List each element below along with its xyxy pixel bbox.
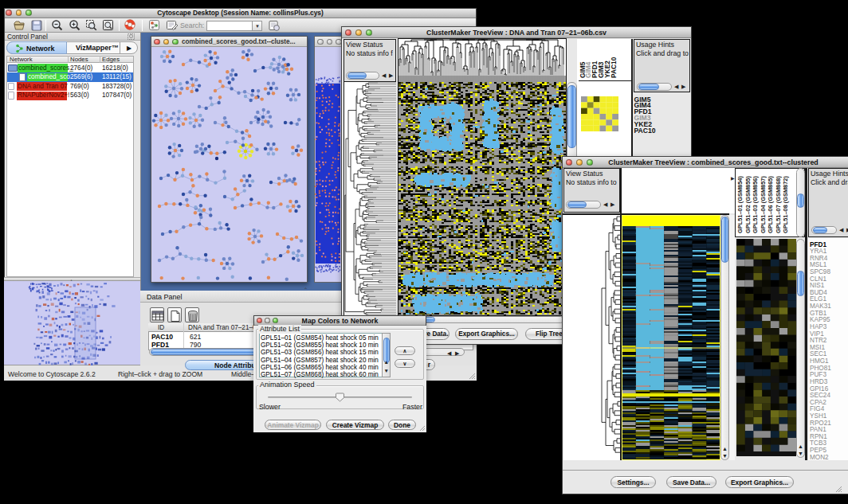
svg-text:GPL51–02 (GSM855): GPL51–02 (GSM855) <box>744 176 752 233</box>
svg-text:GPL51–04 (GSM857): GPL51–04 (GSM857) <box>760 176 767 233</box>
svg-text:GPL51–06 (GSM865): GPL51–06 (GSM865) <box>767 176 774 233</box>
svg-text:GPL51–07 (GSM868): GPL51–07 (GSM868) <box>775 176 782 233</box>
svg-text:GPL51–08 (GSM872): GPL51–08 (GSM872) <box>782 176 789 233</box>
svg-text:GPL51–03 (GSM856): GPL51–03 (GSM856) <box>752 176 759 233</box>
svg-text:GPL51–01 (GSM854): GPL51–01 (GSM854) <box>736 176 744 233</box>
